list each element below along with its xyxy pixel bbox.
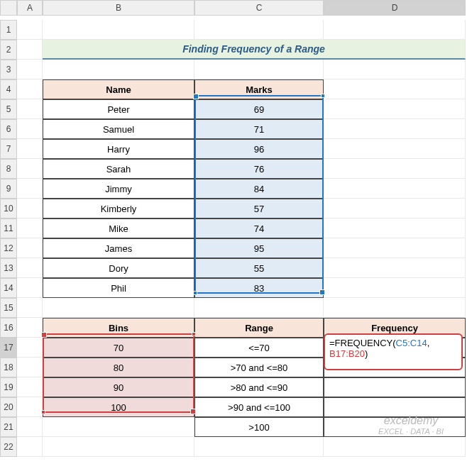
table2-cell-range[interactable]: >90 and <=100 xyxy=(194,397,324,417)
table-cell-name[interactable]: James xyxy=(43,238,194,258)
cell-A6[interactable] xyxy=(17,119,43,139)
row-header-9[interactable]: 9 xyxy=(0,179,17,199)
row-header-15[interactable]: 15 xyxy=(0,298,17,318)
row-header-19[interactable]: 19 xyxy=(0,377,17,397)
cell-A7[interactable] xyxy=(17,139,43,159)
table2-cell-range[interactable]: <=70 xyxy=(194,338,324,358)
cell-A11[interactable] xyxy=(17,218,43,238)
cell-D1[interactable] xyxy=(324,20,466,40)
table-cell-marks[interactable]: 96 xyxy=(194,139,324,159)
row-header-14[interactable]: 14 xyxy=(0,278,17,298)
table2-cell-range[interactable]: >100 xyxy=(194,417,324,437)
cell-A2[interactable] xyxy=(17,40,43,60)
row-header-12[interactable]: 12 xyxy=(0,238,17,258)
row-header-18[interactable]: 18 xyxy=(0,358,17,377)
cell-D15[interactable] xyxy=(324,298,466,318)
cell-C3[interactable] xyxy=(194,60,324,79)
cell-A1[interactable] xyxy=(17,20,43,40)
cell-B21[interactable] xyxy=(43,417,194,437)
row-header-11[interactable]: 11 xyxy=(0,218,17,238)
col-header-A[interactable]: A xyxy=(17,0,43,16)
spreadsheet-grid[interactable]: A B C D 1 2 Finding Frequency of a Range… xyxy=(0,0,472,457)
table-cell-name[interactable]: Mike xyxy=(43,218,194,238)
row-header-13[interactable]: 13 xyxy=(0,258,17,278)
table-cell-name[interactable]: Peter xyxy=(43,99,194,119)
row-header-22[interactable]: 22 xyxy=(0,437,17,457)
cell-D9[interactable] xyxy=(324,179,466,199)
table-cell-name[interactable]: Samuel xyxy=(43,119,194,139)
cell-A12[interactable] xyxy=(17,238,43,258)
table-cell-marks[interactable]: 83 xyxy=(194,278,324,298)
cell-B15[interactable] xyxy=(43,298,194,318)
cell-A18[interactable] xyxy=(17,358,43,377)
cell-A13[interactable] xyxy=(17,258,43,278)
table-cell-name[interactable]: Sarah xyxy=(43,159,194,179)
cell-A5[interactable] xyxy=(17,99,43,119)
cell-B1[interactable] xyxy=(43,20,194,40)
table2-cell-bins[interactable]: 100 xyxy=(43,397,194,417)
cell-A15[interactable] xyxy=(17,298,43,318)
table-cell-marks[interactable]: 55 xyxy=(194,258,324,278)
col-header-B[interactable]: B xyxy=(43,0,194,16)
row-header-21[interactable]: 21 xyxy=(0,417,17,437)
cell-B22[interactable] xyxy=(43,437,194,457)
cell-A3[interactable] xyxy=(17,60,43,79)
row-header-2[interactable]: 2 xyxy=(0,40,17,60)
table2-cell-range[interactable]: >80 and <=90 xyxy=(194,377,324,397)
cell-D8[interactable] xyxy=(324,159,466,179)
table-cell-name[interactable]: Kimberly xyxy=(43,199,194,218)
cell-D12[interactable] xyxy=(324,238,466,258)
table2-cell-bins[interactable]: 90 xyxy=(43,377,194,397)
table-cell-name[interactable]: Phil xyxy=(43,278,194,298)
row-header-10[interactable]: 10 xyxy=(0,199,17,218)
cell-A17[interactable] xyxy=(17,338,43,358)
cell-D10[interactable] xyxy=(324,199,466,218)
row-header-1[interactable]: 1 xyxy=(0,20,17,40)
cell-D3[interactable] xyxy=(324,60,466,79)
cell-D14[interactable] xyxy=(324,278,466,298)
cell-A4[interactable] xyxy=(17,79,43,99)
table-cell-name[interactable]: Harry xyxy=(43,139,194,159)
row-header-6[interactable]: 6 xyxy=(0,119,17,139)
cell-D19[interactable] xyxy=(324,377,466,397)
table-cell-marks[interactable]: 69 xyxy=(194,99,324,119)
cell-A14[interactable] xyxy=(17,278,43,298)
cell-A19[interactable] xyxy=(17,377,43,397)
cell-A10[interactable] xyxy=(17,199,43,218)
formula-editing-cell[interactable]: =FREQUENCY(C5:C14,B17:B20) xyxy=(324,333,463,370)
table2-cell-bins[interactable]: 80 xyxy=(43,358,194,377)
cell-D6[interactable] xyxy=(324,119,466,139)
table2-cell-bins[interactable]: 70 xyxy=(43,338,194,358)
col-header-C[interactable]: C xyxy=(194,0,324,16)
table-cell-name[interactable]: Dory xyxy=(43,258,194,278)
select-all-corner[interactable] xyxy=(0,0,17,16)
cell-D13[interactable] xyxy=(324,258,466,278)
cell-D4[interactable] xyxy=(324,79,466,99)
table-cell-marks[interactable]: 76 xyxy=(194,159,324,179)
table-cell-marks[interactable]: 74 xyxy=(194,218,324,238)
table-cell-marks[interactable]: 71 xyxy=(194,119,324,139)
row-header-3[interactable]: 3 xyxy=(0,60,17,79)
cell-A22[interactable] xyxy=(17,437,43,457)
cell-C15[interactable] xyxy=(194,298,324,318)
row-header-17[interactable]: 17 xyxy=(0,338,17,358)
table-cell-marks[interactable]: 84 xyxy=(194,179,324,199)
cell-A20[interactable] xyxy=(17,397,43,417)
table2-cell-range[interactable]: >70 and <=80 xyxy=(194,358,324,377)
row-header-8[interactable]: 8 xyxy=(0,159,17,179)
cell-A8[interactable] xyxy=(17,159,43,179)
cell-D5[interactable] xyxy=(324,99,466,119)
col-header-D[interactable]: D xyxy=(324,0,466,16)
cell-A9[interactable] xyxy=(17,179,43,199)
row-header-20[interactable]: 20 xyxy=(0,397,17,417)
row-header-16[interactable]: 16 xyxy=(0,318,17,338)
cell-B3[interactable] xyxy=(43,60,194,79)
cell-D11[interactable] xyxy=(324,218,466,238)
cell-D22[interactable] xyxy=(324,437,466,457)
table-cell-marks[interactable]: 95 xyxy=(194,238,324,258)
cell-A21[interactable] xyxy=(17,417,43,437)
cell-A16[interactable] xyxy=(17,318,43,338)
table-cell-marks[interactable]: 57 xyxy=(194,199,324,218)
cell-C22[interactable] xyxy=(194,437,324,457)
table-cell-name[interactable]: Jimmy xyxy=(43,179,194,199)
